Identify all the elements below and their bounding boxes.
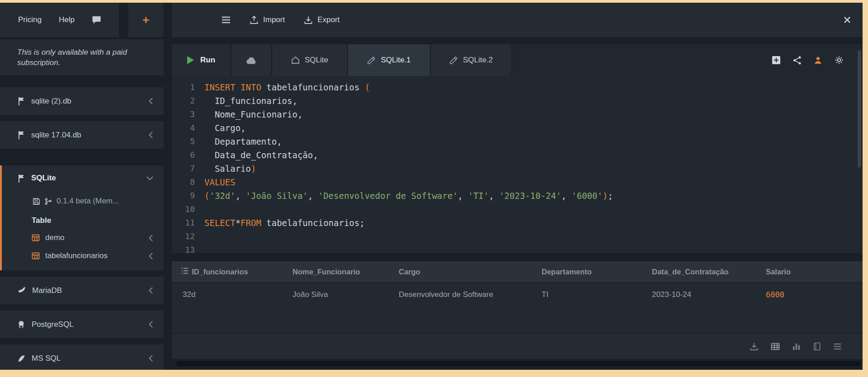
sidebar-item-database-1[interactable]: sqlite (2).db <box>0 87 164 115</box>
database-flag-icon <box>17 131 25 139</box>
line-number: 9 <box>172 189 195 203</box>
vertical-scrollbar[interactable] <box>858 50 861 168</box>
nav-help[interactable]: Help <box>59 15 75 24</box>
horizontal-scrollbar[interactable] <box>176 361 861 366</box>
line-number: 3 <box>172 108 195 121</box>
postgresql-icon <box>17 320 25 329</box>
sidebar-item-database-2[interactable]: sqlite 17.04.db <box>0 121 164 149</box>
import-icon <box>250 15 259 24</box>
user-icon[interactable] <box>814 56 822 65</box>
code-text: SELECT*FROM tabelafuncionarios; <box>204 216 365 230</box>
sidebar-item-connection[interactable]: 0.1.4 beta (Mem... <box>2 191 164 212</box>
sidebar-item-sqlite[interactable]: SQLite <box>2 165 164 191</box>
tab-bar: Run SQLite SQLite.1 <box>172 44 863 76</box>
download-icon[interactable] <box>750 342 759 351</box>
line-number: 5 <box>172 135 195 148</box>
code-text: Data_de_Contratação, <box>204 148 318 162</box>
chevron-left-icon[interactable] <box>148 131 154 139</box>
main-toolbar: Import Export <box>172 3 863 37</box>
chevron-down-icon[interactable] <box>146 175 154 181</box>
results-toolbar <box>172 333 863 359</box>
plus-icon: + <box>142 14 149 26</box>
sql-editor[interactable]: 1INSERT INTO tabelafuncionarios (2 ID_fu… <box>172 76 863 253</box>
tab-sqlite-1[interactable]: SQLite.1 <box>348 44 430 76</box>
code-text: INSERT INTO tabelafuncionarios ( <box>204 80 370 94</box>
tab-sqlite[interactable]: SQLite <box>272 44 347 76</box>
code-line: 8VALUES <box>172 175 863 189</box>
code-line: 5 Departamento, <box>172 135 863 148</box>
nav-pricing[interactable]: Pricing <box>18 15 42 24</box>
table-cell: 32d <box>172 290 292 299</box>
share-icon[interactable] <box>793 56 802 65</box>
code-line: 2 ID_funcionarios, <box>172 94 863 108</box>
chevron-left-icon[interactable] <box>148 234 154 242</box>
grid-view-icon[interactable] <box>771 343 780 350</box>
sidebar-item-table-tabelafuncionarios[interactable]: tabelafuncionarios <box>2 247 164 265</box>
home-icon <box>291 56 300 64</box>
chevron-left-icon[interactable] <box>148 97 154 105</box>
results-empty-area <box>172 306 863 333</box>
table-cell: João Silva <box>292 290 399 299</box>
menu-icon[interactable] <box>222 16 231 24</box>
top-nav: Pricing Help <box>0 3 119 37</box>
chart-icon[interactable] <box>792 342 801 350</box>
code-line: 12 <box>172 230 863 243</box>
chevron-left-icon[interactable] <box>148 354 154 362</box>
column-header[interactable]: ID_funcionarios <box>192 268 292 276</box>
run-button[interactable]: Run <box>172 44 231 76</box>
app-window: Pricing Help + Import <box>0 3 863 370</box>
import-button[interactable]: Import <box>250 15 285 24</box>
line-number: 1 <box>172 80 195 94</box>
column-header[interactable]: Departamento <box>542 268 652 276</box>
main-area: Run SQLite SQLite.1 <box>172 37 863 370</box>
play-icon <box>187 56 194 64</box>
chevron-left-icon[interactable] <box>148 252 154 260</box>
list-icon[interactable] <box>833 343 842 350</box>
tab-sqlite-2[interactable]: SQLite.2 <box>431 44 511 76</box>
chat-icon[interactable] <box>92 16 101 24</box>
run-label: Run <box>200 56 215 65</box>
export-button[interactable]: Export <box>304 15 340 24</box>
gear-icon[interactable] <box>835 56 844 65</box>
column-header[interactable]: Cargo <box>399 268 542 276</box>
book-icon[interactable] <box>813 342 821 351</box>
results-header: ID_funcionariosNome_FuncionarioCargoDepa… <box>172 261 863 282</box>
table-label: demo <box>45 233 148 242</box>
close-icon[interactable] <box>844 16 851 24</box>
tab-label: SQLite <box>305 56 328 65</box>
chevron-left-icon[interactable] <box>148 287 154 294</box>
engine-label: MariaDB <box>32 286 148 295</box>
export-label: Export <box>317 15 340 24</box>
new-panel-button[interactable]: + <box>128 3 163 37</box>
row-menu-icon[interactable] <box>172 267 192 276</box>
sidebar-item-mssql[interactable]: MS SQL <box>0 344 164 370</box>
line-number: 11 <box>172 216 195 230</box>
tab-label: SQLite.2 <box>463 56 493 65</box>
code-line: 9('32d', 'João Silva', 'Desenvolvedor de… <box>172 189 863 203</box>
column-header[interactable]: Data_de_Contratação <box>652 268 766 276</box>
line-number: 4 <box>172 121 195 135</box>
table-cell: TI <box>542 290 652 299</box>
column-header[interactable]: Nome_Funcionario <box>292 268 399 276</box>
code-line: 4 Cargo, <box>172 121 863 135</box>
tab-bar-actions <box>512 44 863 76</box>
tab-cloud[interactable] <box>231 44 271 76</box>
add-square-icon[interactable] <box>772 56 781 65</box>
sidebar-item-table-demo[interactable]: demo <box>2 229 164 247</box>
table-label: tabelafuncionarios <box>45 251 148 260</box>
sidebar-item-postgresql[interactable]: PostgreSQL <box>0 311 164 338</box>
column-header[interactable]: Salario <box>766 268 863 276</box>
code-line: 7 Salario) <box>172 162 863 175</box>
sqlite-label: SQLite <box>31 174 146 183</box>
tab-label: SQLite.1 <box>381 56 410 65</box>
database-label: sqlite 17.04.db <box>31 131 148 140</box>
top-header: Pricing Help + Import <box>0 3 863 37</box>
code-line: 3 Nome_Funcionario, <box>172 108 863 121</box>
database-flag-icon <box>17 174 25 183</box>
import-label: Import <box>263 15 285 24</box>
line-number: 2 <box>172 94 195 108</box>
table-row[interactable]: 32dJoão SilvaDesenvolvedor de SoftwareTI… <box>172 282 863 306</box>
line-number: 6 <box>172 148 195 162</box>
chevron-left-icon[interactable] <box>148 320 154 328</box>
sidebar-item-mariadb[interactable]: MariaDB <box>0 277 164 304</box>
